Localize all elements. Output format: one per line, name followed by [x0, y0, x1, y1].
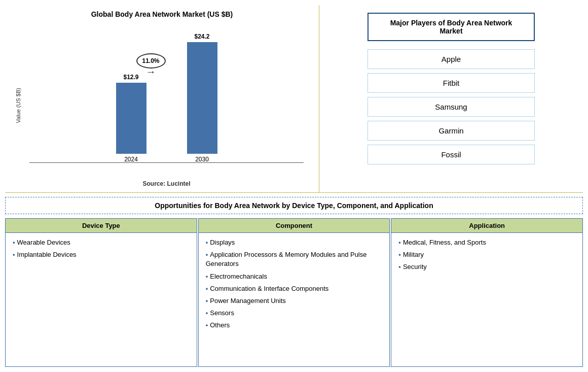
col-header-component: Component — [199, 219, 390, 233]
bar-label-2030: 2030 — [195, 156, 209, 163]
top-section: Global Body Area Network Market (US $B) … — [5, 5, 583, 193]
bar-label-2024: 2024 — [124, 156, 138, 163]
chart-area: Global Body Area Network Market (US $B) … — [5, 5, 319, 192]
player-item-apple: Apple — [368, 49, 535, 69]
col-content-device-type: •Wearable Devices •Implantable Devices — [6, 233, 197, 366]
chart-title: Global Body Area Network Market (US $B) — [91, 10, 233, 18]
cagr-arrow: → — [146, 66, 156, 77]
bar-group-2030: $24.2 2030 — [187, 33, 217, 163]
player-item-fitbit: Fitbit — [368, 73, 535, 93]
item-sensors: •Sensors — [206, 309, 383, 318]
item-military: •Military — [398, 250, 575, 259]
player-item-samsung: Samsung — [368, 97, 535, 117]
bar-value-2024: $12.9 — [123, 74, 138, 81]
opps-columns: Device Type •Wearable Devices •Implantab… — [5, 218, 583, 367]
bars-container: 11.0% → $12.9 2024 $24.2 — [24, 33, 309, 178]
col-content-application: •Medical, Fitness, and Sports •Military … — [391, 233, 582, 366]
bar-2030 — [187, 42, 217, 154]
chart-inner: 11.0% → $12.9 2024 $24.2 — [24, 33, 309, 187]
item-displays: •Displays — [206, 238, 383, 247]
item-app-processors: •Application Processors & Memory Modules… — [206, 250, 383, 268]
y-axis-label: Value (US $B) — [15, 88, 21, 123]
item-communication: •Communication & Interface Components — [206, 284, 383, 293]
item-medical: •Medical, Fitness, and Sports — [398, 238, 575, 247]
players-area: Major Players of Body Area Network Marke… — [319, 5, 583, 192]
source-text: Source: Lucintel — [24, 180, 309, 187]
bar-group-2024: $12.9 2024 — [116, 74, 146, 163]
player-item-garmin: Garmin — [368, 121, 535, 141]
player-item-fossil: Fossil — [368, 145, 535, 164]
bar-value-2030: $24.2 — [194, 33, 209, 40]
bottom-section: Opportunities for Body Area Network by D… — [5, 193, 583, 367]
item-power-mgmt: •Power Management Units — [206, 296, 383, 306]
item-others: •Others — [206, 321, 383, 330]
col-header-device-type: Device Type — [6, 219, 197, 233]
item-implantable: •Implantable Devices — [13, 250, 190, 259]
col-component: Component •Displays •Application Process… — [198, 218, 390, 367]
players-title: Major Players of Body Area Network Marke… — [368, 13, 535, 41]
bar-2024 — [116, 83, 146, 154]
col-application: Application •Medical, Fitness, and Sport… — [391, 218, 583, 367]
item-electromechanicals: •Electromechanicals — [206, 272, 383, 281]
col-device-type: Device Type •Wearable Devices •Implantab… — [5, 218, 197, 367]
item-wearable: •Wearable Devices — [13, 238, 190, 247]
col-content-component: •Displays •Application Processors & Memo… — [199, 233, 390, 366]
main-container: Global Body Area Network Market (US $B) … — [0, 0, 588, 372]
col-header-application: Application — [391, 219, 582, 233]
item-security: •Security — [398, 262, 575, 272]
chart-wrapper: Value (US $B) 11.0% → $12.9 2024 — [15, 23, 309, 187]
opps-title: Opportunities for Body Area Network by D… — [5, 197, 583, 214]
